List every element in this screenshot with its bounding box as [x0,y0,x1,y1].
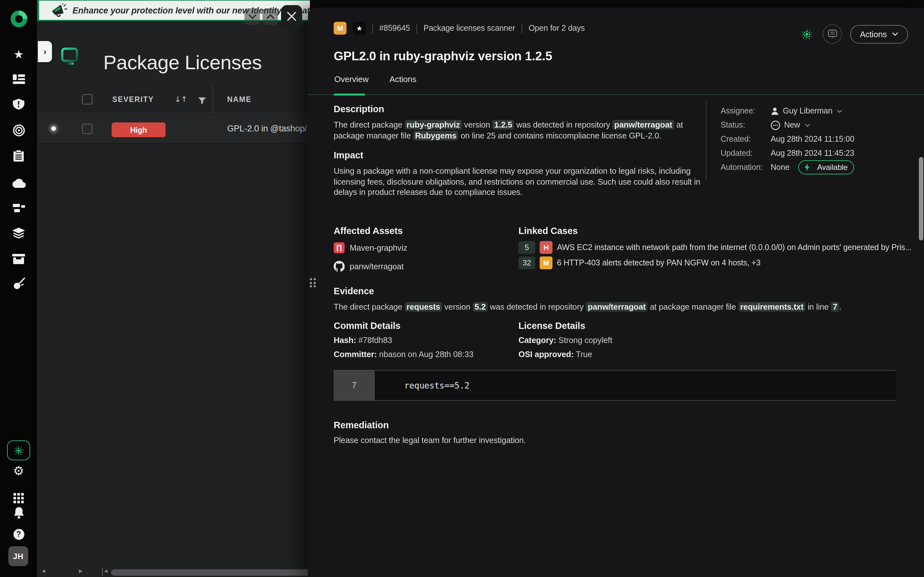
automation-label: Automation: [720,163,771,172]
close-icon [287,11,296,21]
tab-overview[interactable]: Overview [334,74,368,84]
status-label: Status: [720,121,771,129]
storage-tray-icon[interactable] [0,253,37,264]
unread-dot [51,126,56,131]
description-section: Description The direct package ruby-grap… [334,104,693,141]
cloud-icon[interactable] [0,177,37,189]
status-row[interactable]: Status: New [720,118,924,132]
details-section: Commit Details Hash: #78fdh83 Committer:… [334,321,911,359]
commit-details: Commit Details Hash: #78fdh83 Committer:… [334,321,519,359]
layers-icon[interactable] [0,227,37,239]
select-all-checkbox[interactable] [82,94,92,105]
report-clipboard-icon[interactable] [0,149,37,161]
asset-name: Maven-graphviz [350,243,407,252]
license-osi: OSI approved: True [519,350,612,359]
updated-label: Updated: [720,149,771,158]
chevron-down-icon [892,32,898,36]
scrollbar-divider [102,568,103,576]
remediation-heading: Remediation [334,420,783,430]
severity-medium-badge: M [334,22,347,35]
asset-item[interactable]: ∏ Maven-graphviz [334,240,519,255]
sort-icon[interactable]: ↓↑ [174,95,187,104]
scroll-left-icon[interactable]: ◂ [42,567,45,575]
notifications-bell-icon[interactable] [0,506,37,519]
dashboards-icon[interactable] [0,73,37,85]
linked-case-item[interactable]: 5 H AWS EC2 instance with network path f… [519,240,911,255]
vertical-scrollbar[interactable] [919,157,923,240]
row-name[interactable]: GPL-2.0 in @tashop/ [227,124,307,133]
velocity-meteor-icon[interactable] [0,277,37,290]
settings-gear-icon[interactable]: ⚙ [0,465,37,477]
expand-panel-button[interactable]: › [38,41,52,62]
brand-logo-icon[interactable] [0,10,37,27]
package-licenses-monitor-icon [60,47,79,69]
github-icon [334,261,344,271]
description-text: The direct package ruby-graphviz version… [334,120,693,141]
license-details: License Details Category: Strong copylef… [519,321,612,359]
expand-up-button[interactable] [262,8,278,25]
asset-name: panw/terragoat [350,261,404,271]
tab-actions[interactable]: Actions [389,74,417,84]
chevron-down-icon [248,14,256,19]
issue-header: M ★ #859645 Package licenses scanner Ope… [334,22,585,35]
horizontal-scrollbar[interactable] [111,569,309,576]
detection-target-icon[interactable] [0,124,37,137]
comments-button[interactable] [822,24,842,44]
scroll-start-icon[interactable]: ◂ [104,567,107,575]
chevron-down-icon [804,123,810,127]
copilot-spiral-icon [12,444,25,457]
commit-hash: Hash: #78fdh83 [334,336,519,345]
case-title: AWS EC2 instance with network path from … [557,243,911,252]
lightning-icon [805,163,810,171]
table-row[interactable]: High GPL-2.0 in @tashop/ [38,113,309,143]
user-avatar[interactable]: JH [8,546,28,566]
active-tab-indicator [334,93,365,95]
ai-copilot-icon[interactable] [800,27,814,41]
linked-cases: Linked Cases 5 H AWS EC2 instance with n… [519,226,911,273]
close-panel-button[interactable] [281,5,302,27]
automation-row: Automation: None Available [720,160,924,174]
code-line-number: 7 [334,371,375,400]
scroll-right-icon[interactable]: ▸ [79,567,82,575]
evidence-section: Evidence The direct package requests ver… [334,286,911,313]
asset-item[interactable]: panw/terragoat [334,259,519,273]
issue-title: GPL2.0 in ruby-graphviz version 1.2.5 [334,49,552,63]
inventory-blocks-icon[interactable] [0,202,37,213]
chat-icon [827,29,837,39]
chevron-down-icon [837,109,843,113]
panel-resize-handle[interactable] [310,278,315,287]
created-value: Aug 28th 2024 11:15:00 [771,135,855,143]
linked-case-item[interactable]: 32 M 6 HTTP-403 alerts detected by PAN N… [519,255,911,271]
created-row: Created: Aug 28th 2024 11:15:00 [720,132,924,146]
megaphone-icon [51,3,67,18]
column-divider [212,86,213,113]
case-severity-high-badge: H [540,241,552,254]
help-icon[interactable]: ? [0,528,37,540]
remediation-section: Remediation Please contact the legal tea… [334,420,783,446]
assignee-row[interactable]: Assignee: Guy Liberman [720,104,924,118]
favorite-star-button[interactable]: ★ [353,22,366,35]
automation-available-badge[interactable]: Available [798,160,854,174]
available-label: Available [817,163,848,172]
apps-grid-icon[interactable] [0,487,37,503]
column-header-name[interactable]: NAME [227,95,252,103]
threat-shield-icon[interactable] [0,98,37,110]
impact-heading: Impact [334,150,706,160]
commit-details-heading: Commit Details [334,321,519,331]
maven-icon: ∏ [334,242,344,253]
created-label: Created: [720,135,771,143]
affected-assets: Affected Assets ∏ Maven-graphviz panw/te… [334,226,519,273]
license-details-heading: License Details [519,321,612,331]
copilot-button[interactable] [7,440,30,460]
person-icon [771,107,779,115]
license-category: Category: Strong copyleft [519,336,612,345]
favorites-star-icon[interactable]: ★ [0,47,37,61]
row-checkbox[interactable] [82,124,92,134]
main-sidebar: ★ [0,0,37,577]
evidence-heading: Evidence [334,286,911,296]
case-title: 6 HTTP-403 alerts detected by PAN NGFW o… [557,258,760,268]
collapse-down-button[interactable] [244,8,260,25]
filter-funnel-icon[interactable] [198,95,206,107]
column-header-severity[interactable]: SEVERITY [112,95,154,103]
actions-button[interactable]: Actions [850,25,908,43]
